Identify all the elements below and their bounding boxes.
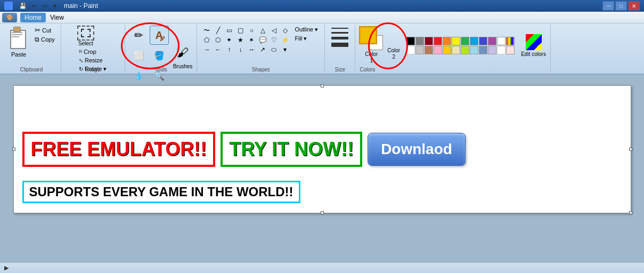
paste-label: Paste <box>11 51 26 58</box>
shape-star6[interactable]: ✶ <box>246 35 257 45</box>
crop-label: Crop <box>84 49 96 55</box>
outline-button[interactable]: Outline ▾ <box>292 26 320 34</box>
resize-handle-bottom[interactable] <box>321 211 324 214</box>
paint-menu-button[interactable]: 🎨 <box>2 13 17 22</box>
color-rainbow[interactable] <box>506 37 515 45</box>
shape-arrow-4[interactable]: ↔ <box>246 45 257 54</box>
edit-colors-button[interactable]: Edit colors <box>521 34 546 57</box>
color-gray[interactable] <box>415 37 424 45</box>
pencil-tool[interactable]: ✏ <box>129 26 149 45</box>
resize-handle-right[interactable] <box>629 148 632 151</box>
color-gold[interactable] <box>443 46 451 54</box>
qa-redo[interactable]: ↪ <box>39 1 49 11</box>
shape-heart[interactable]: ♡ <box>268 35 279 45</box>
clipboard-content: Paste ✂ Cut ⧉ Copy <box>6 26 56 73</box>
text-tool[interactable]: A 🖊 <box>150 26 169 45</box>
qa-dropdown[interactable]: ▼ <box>50 1 60 11</box>
color-blue[interactable] <box>470 37 478 45</box>
resize-handle-left[interactable] <box>12 148 15 151</box>
shape-pentagon[interactable]: ⬠ <box>201 35 212 45</box>
color-cornflower[interactable] <box>479 46 487 54</box>
resize-handle-bottomright[interactable] <box>629 211 632 214</box>
select-button[interactable]: Select <box>77 26 94 46</box>
shape-callout[interactable]: 💬 <box>257 35 268 45</box>
shape-rect[interactable]: ▭ <box>224 26 234 35</box>
shapes-row1: 〜 ╱ ▭ ▢ ○ △ ◁ ◇ <box>201 26 290 35</box>
resize-button[interactable]: ⤡ Resize <box>77 57 104 64</box>
minimize-button[interactable]: ─ <box>602 1 614 11</box>
clipboard-group: Paste ✂ Cut ⧉ Copy Clipboard <box>2 25 61 74</box>
crop-button[interactable]: ⌗ Crop <box>77 47 98 55</box>
color-white3[interactable] <box>497 46 506 54</box>
shape-arrow-diag[interactable]: ↗ <box>257 45 268 54</box>
color-white2[interactable] <box>406 46 415 54</box>
color-lightgray[interactable] <box>415 46 424 54</box>
paste-button[interactable]: Paste <box>6 26 31 59</box>
color1-swatch[interactable] <box>360 27 377 44</box>
shape-star4[interactable]: ✦ <box>224 35 234 45</box>
image-label: Image <box>85 67 100 73</box>
color-brown[interactable] <box>425 46 433 54</box>
color-indigo[interactable] <box>479 37 487 45</box>
qa-save[interactable]: 💾 <box>18 1 28 11</box>
size-line-2[interactable] <box>331 32 348 34</box>
color-red[interactable] <box>434 37 442 45</box>
shape-star5[interactable]: ★ <box>235 35 246 45</box>
color-pink[interactable] <box>434 46 442 54</box>
cut-button[interactable]: ✂ Cut <box>33 26 56 35</box>
color-picker-tool[interactable]: 💧 <box>129 66 149 85</box>
menu-view[interactable]: View <box>46 13 68 22</box>
shape-lightning[interactable]: ⚡ <box>280 35 290 45</box>
color-row-2 <box>406 46 515 54</box>
shapes-label: Shapes <box>252 67 270 73</box>
fill-label: Fill ▾ <box>295 35 307 42</box>
fill-button[interactable]: Fill ▾ <box>292 35 320 43</box>
resize-handle-top[interactable] <box>321 84 324 87</box>
brushes-button[interactable]: 🖌 Brushes <box>173 42 193 69</box>
color-lightblue[interactable] <box>470 46 478 54</box>
fill-tool[interactable]: 🪣 <box>150 46 169 65</box>
color-green[interactable] <box>461 37 469 45</box>
color-purple[interactable] <box>488 37 496 45</box>
canvas-wrapper[interactable]: FREE EMULATOR!! TRY IT NOW!! Downlaod SU… <box>13 85 631 213</box>
eraser-tool[interactable]: ⬜ <box>129 46 149 65</box>
color-lime[interactable] <box>461 46 469 54</box>
color-darkred[interactable] <box>425 37 433 45</box>
shape-ellipse[interactable]: ○ <box>246 26 257 35</box>
color-orange[interactable] <box>443 37 451 45</box>
copy-button[interactable]: ⧉ Copy <box>33 35 56 44</box>
color-lightpink[interactable] <box>506 46 515 54</box>
brushes-icon: 🖌 <box>175 42 190 63</box>
shape-hexagon[interactable]: ⬡ <box>213 35 223 45</box>
download-button[interactable]: Downlaod <box>368 133 466 166</box>
shape-arrow-l[interactable]: ← <box>213 45 223 54</box>
color-lavender[interactable] <box>488 46 496 54</box>
size-line-4[interactable] <box>331 43 348 47</box>
shape-rtriangle[interactable]: ◁ <box>268 26 279 35</box>
shape-arrow-u[interactable]: ↑ <box>224 45 234 54</box>
image-group: Select ⌗ Crop ⤡ Resize <box>61 25 125 74</box>
shape-triangle[interactable]: △ <box>257 26 268 35</box>
tools-content: ✏ A 🖊 ⬜ 🪣 💧 🔍 <box>129 26 193 93</box>
shape-freeform[interactable]: 〜 <box>201 26 212 35</box>
size-line-1[interactable] <box>331 28 348 29</box>
shape-more[interactable]: ▾ <box>280 45 290 54</box>
color-black[interactable] <box>406 37 415 45</box>
shape-cylinder[interactable]: ⬭ <box>268 45 279 54</box>
color-row-1 <box>406 37 515 45</box>
color2-label: Color2 <box>387 47 400 60</box>
shape-arrow-r[interactable]: → <box>201 45 212 54</box>
size-line-3[interactable] <box>331 37 348 39</box>
color-cream[interactable] <box>452 46 460 54</box>
shape-arrow-d[interactable]: ↓ <box>235 45 246 54</box>
menu-home[interactable]: Home <box>20 13 46 22</box>
shape-roundrect[interactable]: ▢ <box>235 26 246 35</box>
close-button[interactable]: ✕ <box>628 1 640 11</box>
shape-diamond[interactable]: ◇ <box>280 26 290 35</box>
window-title: main - Paint <box>64 2 98 10</box>
color-white1[interactable] <box>497 37 506 45</box>
qa-undo[interactable]: ↩ <box>29 1 38 11</box>
color-yellow[interactable] <box>452 37 460 45</box>
shape-line[interactable]: ╱ <box>213 26 223 35</box>
maximize-button[interactable]: □ <box>615 1 627 11</box>
